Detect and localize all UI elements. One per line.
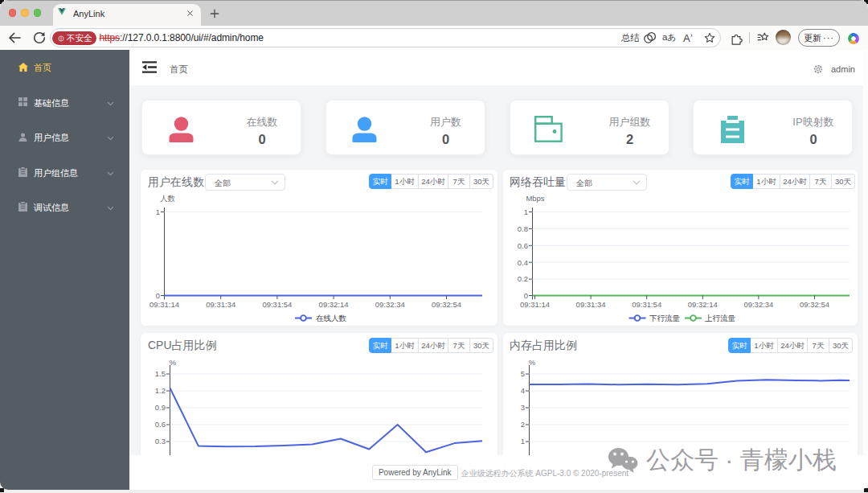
svg-text:0.8: 0.8 (518, 224, 528, 233)
svg-text:1: 1 (524, 207, 528, 216)
svg-text:09:31:34: 09:31:34 (206, 300, 235, 309)
svg-text:09:32:14: 09:32:14 (688, 300, 718, 309)
svg-text:Mbps: Mbps (526, 194, 544, 203)
svg-text:0.3: 0.3 (155, 437, 166, 446)
svg-text:%: % (529, 358, 536, 367)
svg-text:09:31:54: 09:31:54 (262, 300, 292, 309)
svg-text:0.6: 0.6 (518, 241, 528, 250)
svg-text:1: 1 (521, 437, 525, 446)
svg-text:4: 4 (521, 386, 525, 395)
svg-text:1.2: 1.2 (155, 386, 166, 395)
svg-text:0.6: 0.6 (155, 420, 166, 429)
svg-text:3: 3 (521, 403, 525, 412)
svg-text:09:32:34: 09:32:34 (375, 300, 405, 309)
svg-text:09:31:54: 09:31:54 (632, 300, 661, 309)
svg-text:0: 0 (524, 291, 528, 300)
svg-text:09:32:54: 09:32:54 (800, 300, 829, 309)
svg-text:09:31:14: 09:31:14 (149, 300, 179, 309)
svg-text:0.4: 0.4 (518, 258, 528, 267)
svg-text:09:32:14: 09:32:14 (319, 300, 349, 309)
svg-text:0.2: 0.2 (518, 274, 528, 283)
svg-text:5: 5 (521, 369, 525, 378)
svg-text:0.9: 0.9 (155, 403, 166, 412)
svg-text:1.5: 1.5 (155, 369, 166, 378)
svg-text:%: % (170, 358, 177, 367)
svg-text:下行流量: 下行流量 (649, 314, 681, 323)
svg-text:1: 1 (156, 207, 160, 216)
svg-text:09:32:54: 09:32:54 (432, 300, 461, 309)
svg-text:09:32:34: 09:32:34 (743, 300, 773, 309)
svg-text:上行流量: 上行流量 (705, 314, 736, 323)
svg-text:0: 0 (156, 291, 160, 300)
svg-text:09:31:34: 09:31:34 (576, 300, 606, 309)
svg-text:09:31:14: 09:31:14 (520, 300, 550, 309)
svg-text:人数: 人数 (160, 194, 176, 203)
svg-text:2: 2 (521, 420, 525, 429)
svg-text:在线人数: 在线人数 (316, 314, 347, 323)
